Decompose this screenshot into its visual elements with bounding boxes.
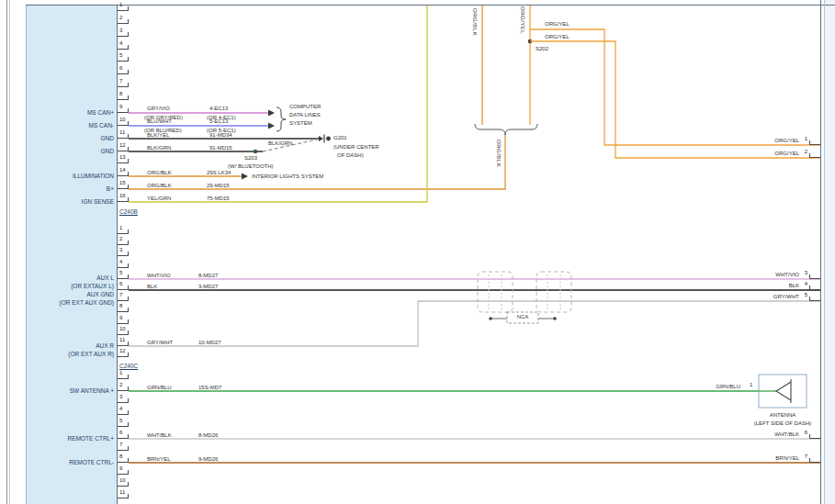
pin-number: 2 <box>798 149 807 154</box>
wire-aux-r <box>129 301 820 346</box>
pin-number: 11 <box>119 489 125 495</box>
label-aux-gnd-or: (OR EXT AUX GND) <box>60 299 114 306</box>
wire-ign-sense <box>129 6 427 202</box>
computer-data-lines-label-2: DATA LINES <box>289 112 321 118</box>
wire-color-label: BLK/GRN <box>147 145 171 151</box>
label-aux-gnd: AUX GND <box>86 291 114 297</box>
g201-label: G201 <box>333 135 347 141</box>
circuit-label: 29-MD15 <box>207 183 230 189</box>
right-edge-line <box>820 0 821 504</box>
circuit-label: 75-MD15 <box>207 196 230 202</box>
right-label-org-yel-1: ORG/YEL <box>774 138 799 144</box>
connector-label-c240b: C240B <box>119 208 138 215</box>
wire-color-label: WHT/BLK <box>147 432 172 439</box>
circuit-label: 8-MD26 <box>198 432 218 439</box>
pin-number: 10 <box>119 326 126 331</box>
pin-tick <box>809 274 820 279</box>
wire-color-continue-label: BLK/GRN <box>268 140 292 147</box>
circuit-label: 8-MD27 <box>198 273 218 279</box>
antenna-location-label: (LEFT SIDE OF DASH) <box>737 420 829 427</box>
pin-number: 4 <box>798 281 807 286</box>
arrow-icon <box>268 110 275 117</box>
pin-number: 7 <box>119 442 122 447</box>
inline-connector-left <box>478 272 513 312</box>
pin-number: 2 <box>119 15 122 20</box>
pin-number: 9 <box>119 104 122 109</box>
label-aux-l: AUX L <box>96 274 114 281</box>
c240c-wires <box>129 272 820 346</box>
label-b-plus: B+ <box>107 185 114 192</box>
pin-number: 15 <box>119 180 126 185</box>
circuit-label: 4-EC13 <box>209 106 228 112</box>
pin-number: 10 <box>119 117 126 122</box>
circuit-label: 91-MD34 <box>209 132 232 139</box>
pin-number: 13 <box>119 154 126 160</box>
label-ms-can-plus: MS CAN+ <box>87 109 114 116</box>
pin-number: 3 <box>119 247 122 252</box>
circuit-label: 29S LK34 <box>207 170 231 176</box>
pin-number: 8 <box>119 91 122 96</box>
antenna-pin-number: 1 <box>750 382 752 388</box>
pin-number: 5 <box>119 270 122 275</box>
wire-color-label: YEL/GRN <box>147 196 171 202</box>
label-sw-antenna: SW ANTENNA + <box>70 387 114 394</box>
label-gnd-1: GND <box>101 135 114 141</box>
circuit-label: 10-MD27 <box>198 340 221 346</box>
label-illumination: ILLUMINATION <box>73 173 114 179</box>
interior-lights-system-label: INTERIOR LIGHTS SYSTEM <box>252 174 323 180</box>
branch-org-yel-label-2: ORG/YEL <box>545 34 570 40</box>
pin-number: 7 <box>119 292 122 297</box>
wire-color-label: ORG/BLK <box>147 183 172 189</box>
pin-number: 8 <box>119 303 122 308</box>
g201-arrow-icon <box>319 136 323 141</box>
vertical-label-org-yel-top: ORG/YEL <box>519 6 525 34</box>
wire-color-label: BLK/YEL <box>147 132 169 139</box>
computer-data-lines-label-1: COMPUTER <box>289 104 321 110</box>
pin-number: 9 <box>119 465 122 471</box>
pin-number: 6 <box>119 430 122 435</box>
wire-color-label: GRN/BLU <box>147 385 172 391</box>
label-ign-sense: IGN SENSE <box>82 198 114 205</box>
s203-label: S203 <box>244 155 257 162</box>
label-remote-ctrl-plus: REMOTE CTRL+ <box>68 435 114 442</box>
g201-location-2: OF DASH) <box>337 152 364 159</box>
right-label-wht-blk: WHT/BLK <box>774 431 799 438</box>
label-aux-r-or: (OR EXT AUX R) <box>68 351 114 357</box>
pin-number: 16 <box>119 193 126 198</box>
pin-number: 3 <box>798 270 807 275</box>
pin-tick <box>809 434 820 439</box>
s202-label: S202 <box>536 46 548 52</box>
right-label-blk: BLK <box>789 283 799 289</box>
s203-note: (W/ BLUETOOTH) <box>228 163 274 170</box>
pin-number: 2 <box>119 382 122 387</box>
wire-color-label: BRN/YEL <box>147 456 171 463</box>
right-label-grn-blu: GRN/BLU <box>716 384 740 390</box>
pin-number: 6 <box>119 65 122 71</box>
pin-number: 6 <box>119 281 122 286</box>
pin-tick <box>809 286 820 290</box>
pin-number: 5 <box>119 52 122 58</box>
pin-number: 1 <box>119 2 122 7</box>
pin-number: 12 <box>119 348 126 353</box>
pin-number: 4 <box>119 40 122 46</box>
splice-s203-dot <box>254 150 257 153</box>
pin-number: 8 <box>119 454 122 459</box>
brace-merge <box>475 124 537 135</box>
circuit-label: 5-EC13 <box>209 118 228 125</box>
pin-number: 11 <box>119 129 125 135</box>
label-aux-l-or: (OR EXTAUX L) <box>71 283 114 289</box>
brace-computer-system <box>276 107 286 131</box>
computer-data-lines-label-3: SYSTEM <box>289 120 312 127</box>
circuit-label: 91-MD15 <box>209 145 232 151</box>
g201-ground-dot <box>326 137 331 141</box>
pin-tick <box>809 140 820 145</box>
nca-label: NCA <box>507 314 538 320</box>
right-edge-line-2 <box>824 0 825 504</box>
pin-number: 9 <box>119 315 122 320</box>
pin-tick <box>809 458 820 463</box>
pin-number: 10 <box>119 477 126 483</box>
g201-location-1: (UNDER CENTER <box>333 144 379 151</box>
pin-number: 4 <box>119 259 122 264</box>
pin-number: 1 <box>798 136 807 141</box>
wire-color-label: BLU/WHT <box>147 118 172 125</box>
